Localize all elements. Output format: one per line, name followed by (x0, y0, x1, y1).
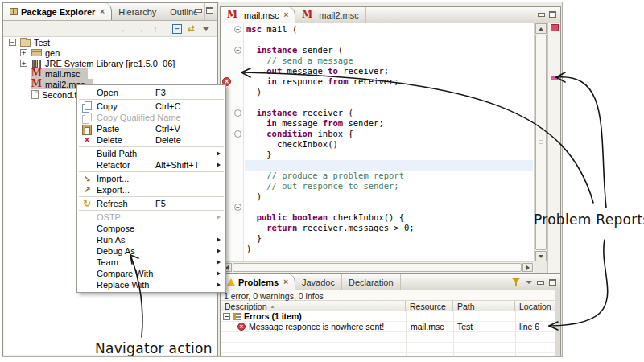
package-explorer-toolbar: ←→↑−⇄ (3, 21, 217, 37)
close-icon[interactable]: × (283, 278, 288, 286)
menu-item-compare-with[interactable]: Compare With (77, 268, 225, 279)
paste-icon (80, 124, 93, 134)
tree-item-label: JRE System Library [jre1.5.0_06] (45, 59, 175, 68)
code-token (246, 76, 266, 86)
table-row-empty[interactable] (221, 353, 555, 356)
error-group-row[interactable]: −Errors (1 item) (221, 311, 555, 322)
scroll-right-button[interactable] (522, 263, 533, 272)
table-row-empty[interactable] (221, 343, 555, 353)
menu-item-compose[interactable]: Compose (77, 223, 225, 234)
menu-item-export[interactable]: ↗Export... (77, 184, 225, 195)
scrollbar-corner (534, 261, 547, 273)
minimize-icon[interactable] (195, 7, 202, 14)
filter-icon[interactable] (512, 278, 521, 287)
menu-item-replace-with[interactable]: Replace With (77, 279, 225, 290)
error-header-marker-icon[interactable] (551, 24, 559, 31)
column-header-label: Description (225, 302, 267, 311)
menu-item-paste[interactable]: PasteCtrl+V (77, 123, 225, 134)
code-text-area[interactable]: msc mail ( instance sender ( // send a m… (245, 23, 533, 261)
table-row-empty[interactable] (221, 332, 555, 343)
maximize-icon[interactable] (206, 7, 213, 14)
close-icon[interactable]: × (283, 10, 288, 19)
code-token: condition (266, 129, 312, 138)
column-header-resource[interactable]: Resource (406, 301, 453, 311)
editor-tab-mail2-msc[interactable]: Mmail2.msc (295, 7, 366, 23)
menu-item-import[interactable]: ↘Import... (77, 173, 225, 184)
column-header-path[interactable]: Path (453, 301, 515, 311)
folding-ruler[interactable]: −−−−− (233, 23, 244, 261)
back-arrow-icon[interactable]: ← (118, 23, 131, 35)
copy-icon (80, 101, 93, 112)
view-tab-declaration[interactable]: Declaration (342, 274, 401, 290)
view-tab-problems[interactable]: Problems× (221, 274, 295, 290)
code-token: // out responce to sender; (266, 181, 398, 191)
project-icon (20, 39, 31, 47)
scroll-down-button[interactable] (535, 251, 547, 261)
menu-item-team[interactable]: Team (77, 257, 225, 268)
tree-item-gen[interactable]: +gen (20, 47, 68, 58)
menu-item-open[interactable]: OpenF3 (77, 87, 225, 98)
menu-item-delete[interactable]: ×DeleteDelete (77, 134, 225, 146)
tree-item-body[interactable]: JRE System Library [jre1.5.0_06] (31, 58, 183, 68)
menu-item-copy[interactable]: CopyCtrl+C (77, 101, 225, 112)
link-with-editor-icon[interactable]: ⇄ (184, 23, 197, 35)
fold-collapse-icon[interactable]: − (234, 47, 242, 54)
fold-collapse-icon[interactable]: − (234, 130, 242, 138)
menu-item-refresh[interactable]: ↻RefreshF5 (77, 198, 225, 209)
forward-arrow-icon[interactable]: → (134, 23, 147, 35)
code-token (246, 181, 266, 191)
problems-scrollbar-strip[interactable] (555, 290, 560, 356)
code-line: // produce a problem report (246, 171, 533, 181)
msc-file-icon: M (31, 69, 42, 78)
tree-item-body[interactable]: gen (31, 47, 68, 58)
minimize-icon[interactable] (538, 11, 545, 18)
code-token: ) (246, 244, 251, 253)
tree-item-test[interactable]: −Test (9, 37, 58, 47)
menu-item-refactor[interactable]: RefactorAlt+Shift+T (77, 159, 225, 171)
code-token: mail ( (262, 24, 297, 34)
maximize-icon[interactable] (549, 11, 556, 18)
tree-item-mail-msc[interactable]: Mmail.msc (20, 68, 88, 79)
collapse-all-icon[interactable]: − (172, 24, 182, 34)
blank-icon (80, 149, 93, 159)
horizontal-scrollbar-thumb[interactable] (233, 263, 522, 272)
minimize-icon[interactable] (537, 279, 544, 286)
tree-item-jre-system-library-jre1-5-0-06[interactable]: +JRE System Library [jre1.5.0_06] (20, 58, 183, 68)
code-token: ) (246, 191, 262, 201)
problems-table[interactable]: −Errors (1 item)×Message responce is now… (221, 311, 555, 356)
editor-tab-mail-msc[interactable]: Mmail.msc× (221, 7, 295, 23)
close-icon[interactable]: × (100, 7, 105, 16)
menu-item-build-path[interactable]: Build Path (77, 148, 225, 159)
view-tab-hierarchy[interactable]: Hierarchy (112, 3, 163, 20)
menu-item-run-as[interactable]: Run As (77, 234, 225, 245)
column-header-location[interactable]: Location (515, 301, 555, 311)
horizontal-scrollbar[interactable] (221, 261, 534, 273)
tree-item-body[interactable]: Test (19, 37, 58, 47)
menu-item-label: OSTP (97, 212, 121, 222)
view-tab-javadoc[interactable]: Javadoc (295, 274, 342, 290)
view-menu-icon[interactable] (526, 281, 532, 284)
fold-collapse-icon[interactable]: − (234, 204, 242, 211)
column-header-description[interactable]: Description▲ (221, 301, 406, 311)
fold-collapse-icon[interactable]: − (234, 109, 242, 117)
code-token: out (266, 66, 282, 76)
problem-row[interactable]: ×Message responce is nowhere sent!mail.m… (221, 322, 555, 332)
collapse-icon[interactable]: − (9, 39, 16, 46)
expand-icon[interactable]: + (20, 49, 27, 56)
code-line: condition inbox { (246, 129, 533, 139)
menu-item-debug-as[interactable]: Debug As (77, 245, 225, 257)
expand-icon[interactable]: + (20, 60, 27, 67)
view-menu-icon[interactable] (200, 23, 213, 35)
scroll-up-button[interactable] (535, 23, 547, 34)
error-line-marker-icon[interactable] (551, 76, 558, 80)
editor-tab-label: mail2.msc (319, 10, 359, 20)
maximize-icon[interactable] (549, 279, 556, 286)
view-window-buttons (195, 7, 213, 14)
collapse-icon[interactable]: − (223, 313, 230, 320)
blank-icon (80, 235, 93, 245)
view-tab-package-explorer[interactable]: Package Explorer× (3, 3, 112, 20)
menu-item-label: Compare With (97, 269, 153, 278)
up-arrow-icon[interactable]: ↑ (149, 23, 162, 35)
problem-reports-annotation: Problem Reports (534, 212, 644, 228)
fold-collapse-icon[interactable]: − (234, 26, 242, 33)
